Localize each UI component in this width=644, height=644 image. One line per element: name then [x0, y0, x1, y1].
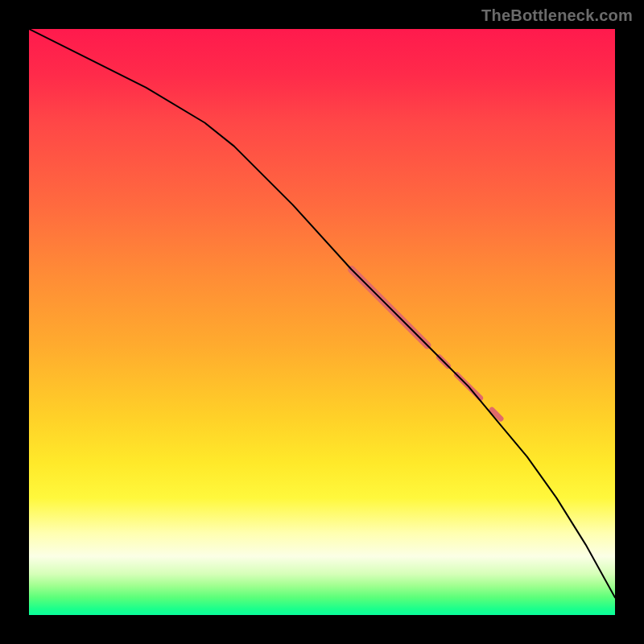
chart-stage: TheBottleneck.com [0, 0, 644, 644]
chart-overlay [29, 29, 615, 615]
watermark-text: TheBottleneck.com [481, 6, 633, 25]
main-curve [29, 29, 615, 597]
plot-area [29, 29, 615, 615]
